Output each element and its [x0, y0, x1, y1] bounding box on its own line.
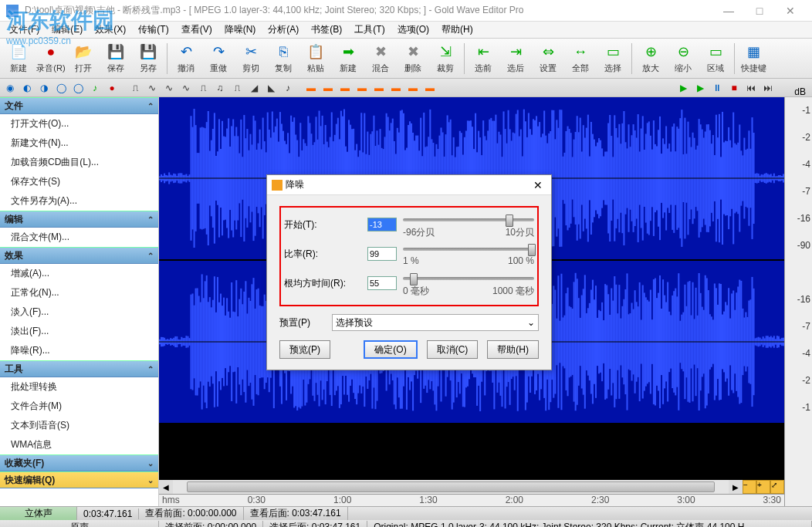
- menu-tools[interactable]: 工具(T): [348, 22, 391, 38]
- sub-icon[interactable]: ◐: [20, 81, 34, 95]
- sub-icon[interactable]: ◯: [54, 81, 68, 95]
- tb-region[interactable]: ▭区域: [700, 40, 731, 77]
- sub-icon[interactable]: ●: [105, 81, 119, 95]
- tb-zoomout[interactable]: ⊖缩小: [668, 40, 699, 77]
- panel-file-header[interactable]: 文件⌃: [0, 97, 158, 114]
- tb-new[interactable]: 📄新建: [3, 40, 34, 77]
- cancel-button[interactable]: 取消(C): [427, 340, 479, 359]
- ok-button[interactable]: 确定(O): [364, 340, 417, 359]
- sub-icon[interactable]: ▬: [423, 81, 437, 95]
- stop-icon[interactable]: ■: [727, 81, 741, 95]
- sidebar-item[interactable]: 增减(A)...: [0, 264, 158, 283]
- sub-icon[interactable]: ▬: [372, 81, 386, 95]
- sub-icon[interactable]: ∿: [162, 81, 176, 95]
- sub-icon[interactable]: ⎍: [128, 81, 142, 95]
- panel-edit-header[interactable]: 编辑⌃: [0, 211, 158, 228]
- sidebar-item[interactable]: 混合文件(M)...: [0, 228, 158, 247]
- tb-redo[interactable]: ↷重做: [203, 40, 234, 77]
- sub-icon[interactable]: ◯: [71, 81, 85, 95]
- maximize-button[interactable]: □: [744, 0, 775, 22]
- menu-denoise[interactable]: 降噪(N): [218, 22, 262, 38]
- rms-slider[interactable]: 0 毫秒1000 毫秒: [403, 272, 534, 294]
- sidebar-item[interactable]: WMA信息: [0, 435, 158, 454]
- sub-icon[interactable]: ◢: [247, 81, 261, 95]
- sub-icon[interactable]: ◑: [37, 81, 51, 95]
- sidebar-item[interactable]: 文件合并(M): [0, 397, 158, 416]
- sub-icon[interactable]: ⎍: [230, 81, 244, 95]
- sub-icon[interactable]: ◣: [264, 81, 278, 95]
- sub-icon[interactable]: ▬: [355, 81, 369, 95]
- tb-crop[interactable]: ⇲裁剪: [430, 40, 461, 77]
- menu-effects[interactable]: 效果(X): [89, 22, 132, 38]
- sub-icon[interactable]: ▬: [389, 81, 403, 95]
- zoom-in-btn[interactable]: +: [756, 480, 770, 494]
- sub-icon[interactable]: ⎍: [196, 81, 210, 95]
- tb-zoomin[interactable]: ⊕放大: [635, 40, 666, 77]
- sub-icon[interactable]: ◉: [3, 81, 17, 95]
- sub-icon[interactable]: ▬: [338, 81, 352, 95]
- sidebar-item[interactable]: 文件另存为(A)...: [0, 191, 158, 211]
- menu-transport[interactable]: 传输(T): [132, 22, 174, 38]
- sidebar-item[interactable]: 淡出(F)...: [0, 322, 158, 341]
- sidebar-item[interactable]: 批处理转换: [0, 377, 158, 397]
- tb-record[interactable]: ●录音(R): [36, 40, 66, 77]
- panel-favorites-header[interactable]: 收藏夹(F)⌄: [0, 454, 158, 471]
- panel-quickedit-header[interactable]: 快速编辑(Q)⌄: [0, 471, 158, 488]
- scroll-thumb[interactable]: [187, 481, 715, 492]
- pause-icon[interactable]: ⏸: [710, 81, 724, 95]
- menu-help[interactable]: 帮助(H): [435, 22, 479, 38]
- tb-mix[interactable]: ✖混合: [365, 40, 396, 77]
- tb-selstart[interactable]: ⇤选前: [468, 40, 499, 77]
- sidebar-item[interactable]: 保存文件(S): [0, 172, 158, 191]
- preview-button[interactable]: 预览(P): [279, 340, 330, 359]
- dialog-titlebar[interactable]: 降噪 ✕: [267, 175, 551, 195]
- tb-copy[interactable]: ⎘复制: [268, 40, 299, 77]
- sidebar-item[interactable]: 新建文件(N)...: [0, 133, 158, 153]
- sidebar-item[interactable]: 文本到语音(S): [0, 416, 158, 435]
- help-button[interactable]: 帮助(H): [487, 340, 539, 359]
- menu-analyze[interactable]: 分析(A): [262, 22, 305, 38]
- preset-select[interactable]: 选择预设 ⌄: [332, 314, 539, 331]
- ratio-input[interactable]: [367, 247, 397, 261]
- menu-view[interactable]: 查看(V): [175, 22, 218, 38]
- ratio-slider[interactable]: 1 %100 %: [403, 243, 534, 265]
- next-icon[interactable]: ⏭: [761, 81, 775, 95]
- sub-icon[interactable]: ▬: [321, 81, 335, 95]
- zoom-fit-btn[interactable]: ⤢: [770, 480, 784, 494]
- menu-edit[interactable]: 编辑(E): [46, 22, 89, 38]
- sub-icon[interactable]: ▬: [406, 81, 420, 95]
- menu-options[interactable]: 选项(O): [391, 22, 435, 38]
- sub-icon[interactable]: ♪: [88, 81, 102, 95]
- tb-cut[interactable]: ✂剪切: [235, 40, 266, 77]
- rms-input[interactable]: [367, 276, 397, 290]
- panel-effects-header[interactable]: 效果⌃: [0, 247, 158, 264]
- play-icon[interactable]: ▶: [676, 81, 690, 95]
- tb-select[interactable]: ▭选择: [597, 40, 628, 77]
- tb-all[interactable]: ↔全部: [565, 40, 596, 77]
- sidebar-item[interactable]: 加载音频CD曲目(L)...: [0, 153, 158, 172]
- play2-icon[interactable]: ▶: [693, 81, 707, 95]
- prev-icon[interactable]: ⏮: [744, 81, 758, 95]
- sub-icon[interactable]: ▬: [304, 81, 318, 95]
- sidebar-item[interactable]: 打开文件(O)...: [0, 114, 158, 133]
- dialog-close-button[interactable]: ✕: [529, 179, 546, 191]
- panel-tools-header[interactable]: 工具⌃: [0, 360, 158, 377]
- tb-selend[interactable]: ⇥选后: [500, 40, 531, 77]
- tb-save[interactable]: 💾保存: [100, 40, 131, 77]
- tb-undo[interactable]: ↶撤消: [171, 40, 201, 77]
- sub-icon[interactable]: ∿: [145, 81, 159, 95]
- start-input[interactable]: [367, 218, 397, 231]
- tb-saveas[interactable]: 💾另存: [133, 40, 164, 77]
- menu-file[interactable]: 文件(F): [3, 22, 46, 38]
- close-button[interactable]: ✕: [775, 0, 806, 22]
- sidebar-item[interactable]: 降噪(R)...: [0, 341, 158, 360]
- scroll-left[interactable]: ◀: [159, 480, 173, 494]
- tb-settings[interactable]: ⇔设置: [533, 40, 563, 77]
- sub-icon[interactable]: ♪: [281, 81, 295, 95]
- menu-bookmarks[interactable]: 书签(B): [305, 22, 348, 38]
- sidebar-item[interactable]: 淡入(F)...: [0, 302, 158, 322]
- tb-delete[interactable]: ✖删除: [398, 40, 428, 77]
- sub-icon[interactable]: ∿: [179, 81, 193, 95]
- sidebar-item[interactable]: 正常化(N)...: [0, 283, 158, 302]
- minimize-button[interactable]: —: [713, 0, 744, 22]
